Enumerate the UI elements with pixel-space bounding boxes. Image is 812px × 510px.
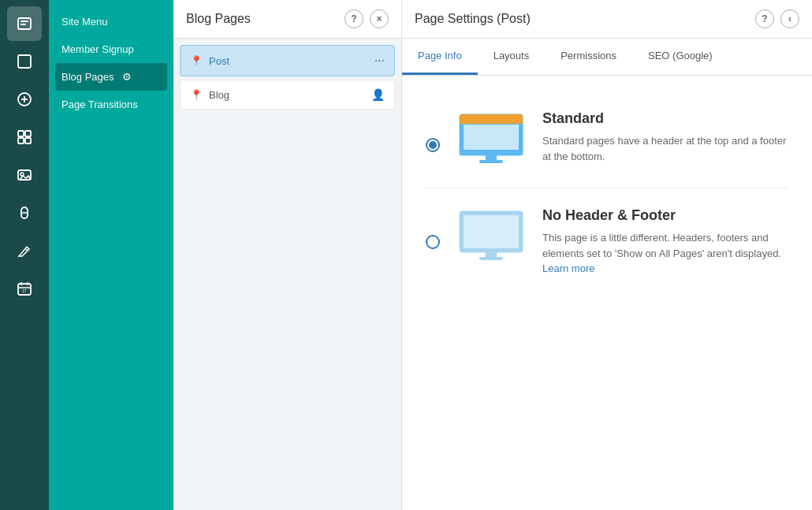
page-personalize-icon-blog[interactable]: 👤 — [371, 88, 385, 101]
layout-desc-no-header: This page is a little different. Headers… — [542, 230, 788, 277]
grid-nav-icon[interactable] — [7, 120, 42, 154]
settings-panel: Page Settings (Post) ? ‹ Page Info Layou… — [402, 0, 812, 510]
sidebar-item-label: Site Menu — [61, 16, 108, 28]
svg-rect-9 — [18, 138, 24, 143]
tab-permissions[interactable]: Permissions — [545, 39, 632, 75]
page-name-post: Post — [209, 55, 229, 67]
blog-pages-help-button[interactable]: ? — [345, 9, 363, 28]
sidebar-item-label: Page Transitions — [61, 99, 138, 110]
sidebar-item-label: Blog Pages — [61, 71, 114, 83]
layout-text-no-header: No Header & Footer This page is a little… — [542, 207, 788, 277]
tab-page-info[interactable]: Page Info — [402, 39, 478, 75]
media-nav-icon[interactable] — [7, 158, 42, 192]
settings-help-button[interactable]: ? — [755, 9, 774, 28]
blog-pages-close-button[interactable]: × — [370, 9, 389, 28]
shapes-nav-icon[interactable] — [7, 44, 42, 79]
design-nav-icon[interactable] — [7, 233, 42, 268]
svg-rect-23 — [460, 120, 523, 124]
blog-pages-panel-title: Blog Pages — [186, 12, 251, 26]
monitor-icon-no-header — [456, 207, 527, 266]
layout-option-standard: Standard Standard pages have a header at… — [426, 91, 788, 188]
layout-text-standard: Standard Standard pages have a header at… — [542, 110, 788, 164]
svg-rect-27 — [486, 155, 497, 161]
layout-content: Standard Standard pages have a header at… — [402, 76, 812, 510]
tab-seo[interactable]: SEO (Google) — [632, 39, 728, 75]
page-list-item-post[interactable]: 📍 Post ··· — [180, 45, 395, 76]
svg-rect-2 — [20, 24, 26, 25]
layout-option-no-header: No Header & Footer This page is a little… — [426, 188, 788, 296]
page-menu-icon-post[interactable]: ··· — [374, 54, 385, 68]
radio-standard[interactable] — [426, 138, 440, 152]
svg-rect-31 — [486, 252, 497, 258]
pages-nav-icon[interactable] — [7, 6, 42, 41]
sidebar-item-blog-pages[interactable]: Blog Pages ⚙ — [55, 63, 167, 91]
events-nav-icon[interactable]: 17 — [7, 271, 42, 306]
page-pin-icon: 📍 — [190, 55, 203, 67]
svg-rect-11 — [18, 170, 31, 180]
svg-rect-26 — [460, 150, 523, 152]
page-pin-icon-blog: 📍 — [190, 89, 203, 101]
svg-line-15 — [25, 248, 28, 251]
svg-rect-32 — [479, 257, 503, 260]
sidebar-item-member-signup[interactable]: Member Signup — [49, 35, 173, 63]
svg-rect-8 — [25, 131, 31, 136]
radio-no-header[interactable] — [426, 235, 440, 249]
sidebar-item-page-transitions[interactable]: Page Transitions — [49, 91, 173, 118]
tabs-bar: Page Info Layouts Permissions SEO (Googl… — [402, 39, 812, 76]
page-list: 📍 Post ··· 📍 Blog 👤 — [173, 39, 401, 119]
settings-title: Page Settings (Post) — [415, 12, 531, 26]
svg-rect-1 — [20, 20, 28, 22]
blog-pages-panel-header: Blog Pages ? × — [173, 0, 401, 39]
layout-title-no-header: No Header & Footer — [542, 207, 788, 224]
sidebar-item-label: Member Signup — [61, 43, 134, 55]
main-area: Blog Pages ? × 📍 Post ··· 📍 Blog — [173, 0, 812, 510]
sidebar: Site Menu Member Signup Blog Pages ⚙ Pag… — [49, 0, 173, 510]
svg-rect-24 — [464, 125, 519, 150]
sidebar-item-site-menu[interactable]: Site Menu — [49, 8, 173, 35]
svg-text:17: 17 — [22, 289, 27, 293]
page-list-item-blog[interactable]: 📍 Blog 👤 — [180, 80, 395, 110]
layout-desc-standard: Standard pages have a header at the top … — [542, 133, 788, 164]
svg-rect-30 — [464, 215, 519, 248]
settings-header-icons: ? ‹ — [755, 9, 799, 28]
svg-rect-7 — [18, 131, 24, 136]
svg-rect-3 — [18, 55, 31, 68]
learn-more-link[interactable]: Learn more — [542, 262, 594, 274]
monitor-icon-standard — [456, 110, 527, 169]
store-nav-icon[interactable] — [7, 195, 42, 230]
blog-pages-panel: Blog Pages ? × 📍 Post ··· 📍 Blog — [173, 0, 402, 510]
icon-bar: 17 — [0, 0, 49, 510]
svg-rect-28 — [479, 160, 503, 163]
page-name-blog: Blog — [209, 89, 229, 101]
settings-gear-icon[interactable]: ⚙ — [122, 71, 132, 83]
settings-back-button[interactable]: ‹ — [780, 9, 799, 28]
panel-header-icons: ? × — [345, 9, 389, 28]
svg-rect-10 — [25, 138, 31, 143]
add-nav-icon[interactable] — [7, 82, 42, 117]
layout-title-standard: Standard — [542, 110, 788, 127]
tab-layouts[interactable]: Layouts — [478, 39, 546, 75]
settings-header: Page Settings (Post) ? ‹ — [402, 0, 812, 39]
